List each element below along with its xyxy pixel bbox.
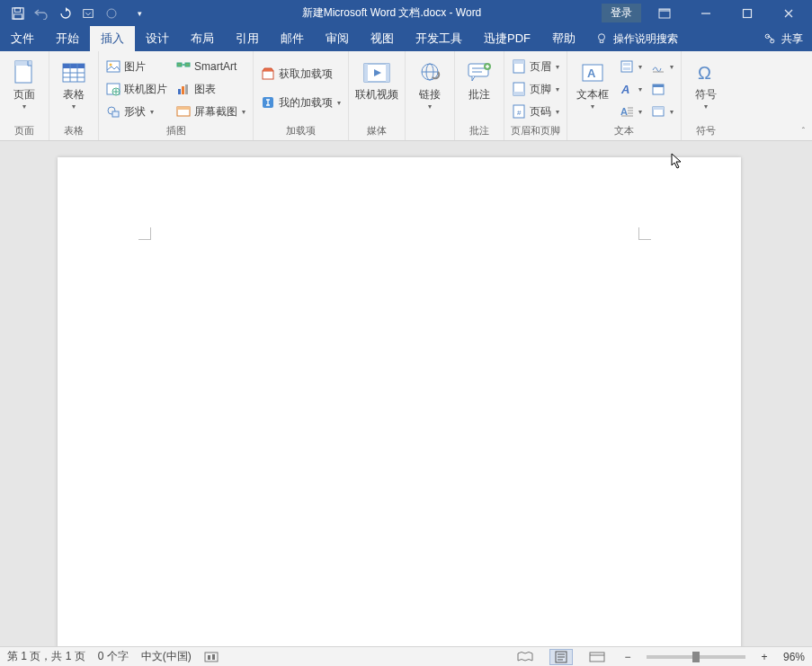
chevron-down-icon: ▾ [704,102,708,111]
symbol-button[interactable]: Ω 符号 ▾ [687,57,725,111]
tab-mailings[interactable]: 邮件 [270,26,315,51]
svg-rect-29 [182,86,184,94]
statusbar: 第 1 页，共 1 页 0 个字 中文(中国) − + 96% [0,646,812,666]
group-comments: 批注 批注 [455,51,504,140]
comment-button[interactable]: 批注 [460,57,498,101]
drop-cap-button[interactable]: A▾ [618,102,644,121]
tab-references[interactable]: 引用 [225,26,270,51]
status-word-count[interactable]: 0 个字 [98,649,129,664]
share-icon [763,32,776,45]
header-button[interactable]: 页眉▾ [510,57,561,76]
svg-rect-75 [590,653,604,662]
quick-parts-button[interactable]: ▾ [618,57,644,76]
tab-file[interactable]: 文件 [0,26,45,51]
close-button[interactable] [771,3,807,24]
page-number-button[interactable]: # 页码▾ [510,102,561,121]
chevron-down-icon: ▾ [242,108,245,116]
group-pages-label: 页面 [5,122,43,140]
collapse-ribbon-button[interactable]: ˆ [802,127,805,137]
screenshot-button[interactable]: 屏幕截图▾ [174,102,247,121]
zoom-slider-thumb[interactable] [692,652,700,662]
group-symbols: Ω 符号 ▾ 符号 [682,51,730,140]
group-comments-label: 批注 [460,122,498,140]
tab-xunjie-pdf[interactable]: 迅捷PDF [473,26,541,51]
tab-layout[interactable]: 布局 [180,26,225,51]
shapes-label: 形状 [124,104,146,120]
svg-rect-27 [185,63,190,67]
ribbon-tabstrip: 文件 开始 插入 设计 布局 引用 邮件 审阅 视图 开发工具 迅捷PDF 帮助… [0,26,812,51]
qat-extra-button[interactable] [77,3,99,24]
qat-customize-button[interactable]: ▾ [133,3,146,24]
tab-home[interactable]: 开始 [45,26,90,51]
page-number-icon: # [512,104,526,119]
text-box-button[interactable]: A 文本框 ▾ [573,57,612,111]
svg-rect-46 [513,60,524,64]
chart-label: 图表 [194,82,216,97]
status-language[interactable]: 中文(中国) [141,649,192,664]
titlebar-right: 登录 [602,3,812,24]
maximize-button[interactable] [729,3,765,24]
qat-circle-button[interactable] [101,3,122,24]
tab-developer[interactable]: 开发工具 [405,26,473,51]
tab-insert[interactable]: 插入 [90,26,135,51]
date-time-button[interactable] [649,79,675,99]
pictures-button[interactable]: 图片 [104,57,169,76]
share-button[interactable]: 共享 [754,26,812,51]
zoom-slider[interactable] [647,655,745,659]
view-web-layout-button[interactable] [585,649,609,665]
minimize-button[interactable] [688,3,724,24]
ribbon-display-options-button[interactable] [647,3,683,24]
status-macro-icon[interactable] [204,651,219,663]
view-read-mode-button[interactable] [513,649,537,665]
object-button[interactable]: ▾ [649,102,675,121]
get-addins-button[interactable]: 获取加载项 [259,64,343,84]
chevron-down-icon: ▾ [591,102,594,111]
zoom-in-button[interactable]: + [758,651,771,663]
undo-button[interactable] [31,3,52,24]
video-icon [362,58,391,87]
pages-button[interactable]: 页面 ▾ [5,57,43,111]
tab-design[interactable]: 设计 [135,26,180,51]
get-addins-label: 获取加载项 [279,67,333,82]
tell-me-label: 操作说明搜索 [613,31,678,47]
zoom-level[interactable]: 96% [783,651,805,663]
link-button[interactable]: 链接 ▾ [411,57,449,111]
symbol-label: 符号 [695,89,717,101]
shapes-button[interactable]: 形状▾ [104,102,169,121]
redo-button[interactable] [54,3,76,24]
my-addins-icon [261,95,275,110]
table-label: 表格 [63,89,85,101]
online-video-button[interactable]: 联机视频 [354,57,399,101]
document-canvas[interactable] [0,141,812,646]
tab-help[interactable]: 帮助 [541,26,586,51]
group-symbols-label: 符号 [687,122,725,140]
svg-rect-20 [107,61,120,72]
status-page[interactable]: 第 1 页，共 1 页 [7,649,85,664]
table-button[interactable]: 表格 ▾ [55,57,93,111]
svg-rect-8 [744,9,752,17]
view-print-layout-button[interactable] [549,649,573,665]
page[interactable] [58,157,741,646]
chart-button[interactable]: 图表 [174,79,247,99]
tell-me-search[interactable]: 操作说明搜索 [586,26,687,51]
login-button[interactable]: 登录 [602,4,641,22]
signature-line-button[interactable]: ▾ [649,57,675,76]
page-number-label: 页码 [530,104,551,120]
smartart-label: SmartArt [194,60,236,73]
link-label: 链接 [419,89,441,101]
footer-button[interactable]: 页脚▾ [510,79,561,99]
smartart-button[interactable]: SmartArt [174,57,247,76]
svg-rect-64 [653,84,664,87]
tab-review[interactable]: 审阅 [315,26,360,51]
chevron-down-icon: ▾ [72,102,76,111]
online-pictures-button[interactable]: 联机图片 [104,79,169,99]
svg-text:#: # [517,109,522,117]
my-addins-button[interactable]: 我的加载项▾ [259,93,343,112]
tab-view[interactable]: 视图 [360,26,405,51]
svg-text:Ω: Ω [698,63,711,83]
group-addins-label: 加载项 [259,122,343,140]
zoom-out-button[interactable]: − [621,651,634,663]
wordart-button[interactable]: A▾ [618,79,644,99]
svg-text:A: A [587,67,596,80]
save-button[interactable] [7,3,29,24]
